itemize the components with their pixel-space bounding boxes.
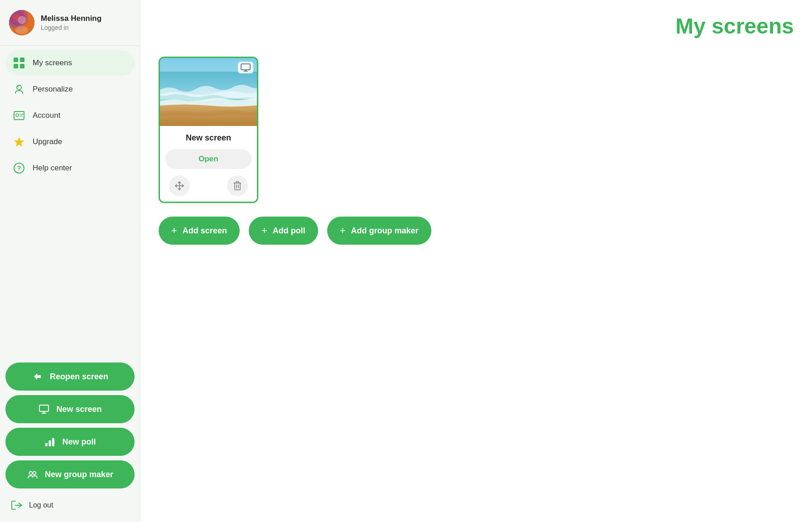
action-buttons-section: Reopen screen New screen N [0,358,140,494]
svg-rect-16 [39,405,48,411]
svg-rect-9 [14,111,24,120]
avatar-image [9,10,34,35]
star-icon [13,135,25,148]
group-icon [27,469,39,480]
add-buttons-row: + Add screen + Add poll + Add group make… [159,217,794,245]
card-actions [165,175,251,196]
add-poll-plus: + [261,225,267,237]
main-content: My screens [140,0,812,522]
svg-rect-20 [49,440,51,446]
account-icon [13,109,25,122]
svg-point-2 [18,16,26,24]
reopen-screen-button[interactable]: Reopen screen [5,362,135,391]
add-group-maker-label: Add group maker [351,226,419,236]
card-move-button[interactable] [169,175,190,196]
add-screen-label: Add screen [183,226,227,236]
add-group-maker-button[interactable]: + Add group maker [327,217,431,245]
poll-icon [44,436,56,448]
svg-point-22 [29,472,32,475]
card-body: New screen Open [160,126,257,202]
new-poll-label: New poll [62,437,96,447]
new-screen-label: New screen [56,405,102,414]
screen-card[interactable]: New screen Open [159,57,258,203]
card-image-area [160,58,257,126]
card-title: New screen [165,133,251,143]
new-poll-button[interactable]: New poll [5,428,135,456]
avatar-svg [9,10,34,35]
sidebar-item-help-center[interactable]: ? Help center [5,155,135,181]
sidebar-item-account[interactable]: Account [5,103,135,128]
svg-rect-5 [20,58,24,62]
logout-section[interactable]: Log out [0,494,140,522]
sidebar-item-personalize[interactable]: Personalize [5,77,135,102]
move-icon [175,181,184,190]
svg-rect-27 [241,64,250,70]
card-monitor-icon [238,62,253,73]
sidebar-item-my-screens[interactable]: My screens [5,50,135,76]
sidebar-item-upgrade[interactable]: Upgrade [5,129,135,155]
svg-text:?: ? [17,164,21,172]
monitor-btn-icon [38,403,50,415]
svg-point-3 [15,26,28,34]
user-profile: Melissa Henning Logged in [0,0,140,46]
help-icon: ? [13,162,25,174]
svg-marker-13 [14,137,24,147]
new-group-maker-button[interactable]: New group maker [5,460,135,488]
user-name: Melissa Henning [41,14,102,23]
svg-rect-4 [14,58,18,62]
user-status: Logged in [41,24,102,31]
sidebar-item-label: Upgrade [33,137,62,146]
logout-label: Log out [29,501,53,509]
trash-icon [233,181,242,190]
add-screen-plus: + [171,225,177,237]
sidebar-item-label: Account [33,111,60,120]
svg-rect-21 [52,438,54,446]
screens-grid: New screen Open [159,57,794,203]
add-poll-label: Add poll [273,226,305,236]
svg-rect-19 [45,443,48,446]
new-group-maker-label: New group maker [45,470,113,479]
svg-point-8 [17,85,21,90]
sidebar: Melissa Henning Logged in My screens [0,0,140,522]
svg-rect-6 [14,64,18,68]
sidebar-item-label: Help center [33,164,72,173]
avatar [9,10,34,35]
grid-icon [13,57,25,69]
add-group-maker-plus: + [340,225,346,237]
svg-point-23 [33,472,36,475]
reopen-screen-label: Reopen screen [50,372,108,382]
new-screen-button[interactable]: New screen [5,395,135,423]
card-delete-button[interactable] [227,175,248,196]
personalize-icon [13,83,25,96]
reopen-icon [32,371,44,382]
svg-rect-7 [20,64,24,68]
add-poll-button[interactable]: + Add poll [249,217,318,245]
card-open-button[interactable]: Open [165,149,251,169]
user-info: Melissa Henning Logged in [41,14,102,31]
sidebar-item-label: My screens [33,58,72,68]
page-title: My screens [159,14,794,39]
add-screen-button[interactable]: + Add screen [159,217,240,245]
svg-point-10 [16,114,19,116]
nav-section: My screens Personalize [0,46,140,358]
sidebar-item-label: Personalize [33,85,73,94]
logout-icon [11,499,23,511]
